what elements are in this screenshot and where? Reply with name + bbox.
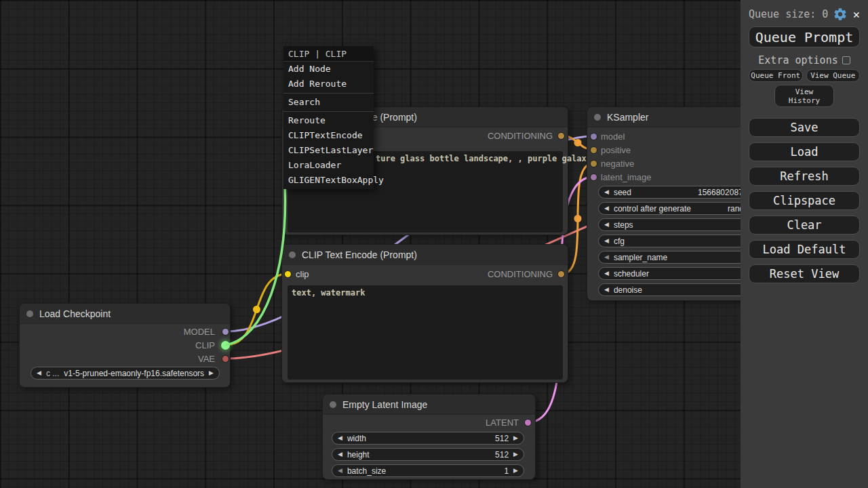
reset-view-button[interactable]: Reset View: [749, 264, 860, 283]
widget-label: width: [347, 434, 366, 443]
output-port-conditioning[interactable]: [558, 133, 564, 139]
widget-label: seed: [614, 188, 631, 197]
menu-separator: [283, 93, 374, 94]
load-default-button[interactable]: Load Default: [749, 240, 860, 259]
node-title: Load Checkpoint: [39, 308, 111, 319]
batch-size-widget[interactable]: ◀ batch_size 1 ▶: [332, 464, 524, 477]
widget-left-arrow-icon[interactable]: ◀: [604, 267, 609, 280]
widget-left-arrow-icon[interactable]: ◀: [604, 218, 609, 231]
queue-prompt-button[interactable]: Queue Prompt: [749, 26, 860, 47]
menu-separator: [283, 111, 374, 112]
widget-label: c ...: [46, 369, 59, 378]
widget-label: sampler_name: [614, 253, 667, 262]
node-title: CLIP Text Encode (Prompt): [302, 249, 417, 260]
widget-label: batch_size: [347, 466, 386, 476]
node-titlebar[interactable]: Empty Latent Image: [323, 394, 535, 415]
clipspace-button[interactable]: Clipspace: [749, 191, 860, 210]
output-label-clip: CLIP: [195, 341, 215, 350]
widget-value: 512: [495, 434, 509, 443]
widget-value: 1: [504, 466, 509, 476]
queue-front-button[interactable]: Queue Front: [749, 69, 803, 82]
input-port-clip[interactable]: [285, 271, 291, 277]
input-port-model[interactable]: [591, 134, 597, 140]
refresh-button[interactable]: Refresh: [749, 167, 860, 186]
input-port-positive[interactable]: [591, 147, 597, 153]
view-history-label: View History: [787, 87, 822, 105]
load-button[interactable]: Load: [749, 142, 860, 161]
input-port-latent-image[interactable]: [591, 174, 597, 180]
widget-value: 1566802087: [698, 188, 743, 197]
widget-left-arrow-icon[interactable]: ◀: [604, 202, 609, 215]
menu-item-add-node[interactable]: Add Node: [283, 62, 374, 77]
node-title: KSampler: [607, 112, 648, 123]
widget-label: height: [347, 450, 370, 460]
output-port-clip-highlighted[interactable]: [221, 341, 230, 350]
close-icon[interactable]: ✕: [853, 7, 860, 21]
node-clip-text-encode-bottom[interactable]: CLIP Text Encode (Prompt) clip CONDITION…: [281, 244, 568, 383]
menu-item-reroute[interactable]: Reroute: [283, 113, 374, 128]
output-port-vae[interactable]: [222, 356, 229, 362]
widget-left-arrow-icon[interactable]: ◀: [604, 235, 609, 247]
node-load-checkpoint[interactable]: Load Checkpoint MODEL CLIP VAE ◀ c ... v…: [19, 303, 231, 388]
widget-right-arrow-icon[interactable]: ▶: [513, 464, 518, 477]
widget-left-arrow-icon[interactable]: ◀: [604, 251, 609, 264]
menu-item-add-reroute[interactable]: Add Reroute: [283, 77, 374, 92]
node-empty-latent-image[interactable]: Empty Latent Image LATENT ◀ width 512 ▶ …: [322, 394, 536, 480]
output-label-latent: LATENT: [486, 418, 519, 428]
output-label-vae: VAE: [198, 354, 215, 364]
output-port-latent[interactable]: [525, 420, 531, 426]
width-widget[interactable]: ◀ width 512 ▶: [332, 432, 524, 445]
node-status-dot: [594, 114, 601, 121]
ckpt-name-combo-widget[interactable]: ◀ c ... v1-5-pruned-emaonly-fp16.safeten…: [31, 367, 220, 380]
widget-right-arrow-icon[interactable]: ▶: [513, 448, 518, 461]
widget-left-arrow-icon[interactable]: ◀: [604, 186, 609, 199]
input-port-negative[interactable]: [591, 161, 597, 167]
widget-label: scheduler: [614, 269, 649, 279]
node-status-dot: [289, 251, 296, 258]
input-label-clip: clip: [296, 270, 309, 279]
output-port-model[interactable]: [222, 329, 229, 335]
widget-right-arrow-icon[interactable]: ▶: [513, 432, 518, 445]
menu-item-search[interactable]: Search: [283, 95, 374, 110]
save-button[interactable]: Save: [749, 118, 860, 137]
widget-left-arrow-icon[interactable]: ◀: [338, 464, 342, 477]
combo-right-arrow-icon[interactable]: ▶: [209, 367, 214, 380]
queue-size-label: Queue size: 0: [749, 8, 828, 20]
view-queue-button[interactable]: View Queue: [806, 69, 861, 82]
settings-gear-icon[interactable]: [833, 7, 848, 22]
widget-value: 512: [495, 450, 509, 460]
input-label-model: model: [601, 132, 625, 142]
input-label-positive: positive: [601, 146, 631, 155]
node-titlebar[interactable]: CLIP Text Encode (Prompt): [282, 245, 568, 265]
menu-item-clipsetlastlayer[interactable]: CLIPSetLastLayer: [283, 143, 374, 158]
output-port-conditioning[interactable]: [558, 271, 564, 277]
clear-button[interactable]: Clear: [749, 216, 860, 235]
prompt-text: ture glass bottle landscape, , purple ga…: [376, 154, 591, 163]
comfy-menu-panel: Queue size: 0 ✕ Queue Prompt Extra optio…: [741, 0, 868, 488]
output-label-conditioning: CONDITIONING: [488, 131, 553, 141]
widget-value: v1-5-pruned-emaonly-fp16.safetensors: [59, 369, 209, 378]
menu-item-cliptextencode[interactable]: CLIPTextEncode: [283, 128, 374, 143]
combo-left-arrow-icon[interactable]: ◀: [37, 367, 41, 380]
input-label-negative: negative: [601, 159, 634, 169]
widget-label: control after generate: [614, 204, 691, 214]
node-titlebar[interactable]: Load Checkpoint: [20, 304, 230, 324]
height-widget[interactable]: ◀ height 512 ▶: [332, 448, 524, 461]
view-history-button[interactable]: View History: [774, 85, 834, 107]
prompt-textarea[interactable]: text, watermark: [288, 285, 563, 380]
widget-left-arrow-icon[interactable]: ◀: [338, 448, 342, 461]
widget-label: cfg: [614, 237, 625, 246]
menu-item-gligentextboxapply[interactable]: GLIGENTextBoxApply: [283, 173, 374, 188]
prompt-text: text, watermark: [292, 288, 365, 298]
context-menu[interactable]: CLIP | CLIP Add Node Add Reroute Search …: [283, 46, 374, 189]
node-status-dot: [330, 401, 336, 408]
node-status-dot: [26, 310, 33, 317]
extra-options-label: Extra options: [758, 54, 837, 66]
extra-options-checkbox[interactable]: [842, 56, 850, 64]
widget-left-arrow-icon[interactable]: ◀: [604, 283, 609, 296]
output-label-conditioning: CONDITIONING: [488, 270, 553, 279]
widget-left-arrow-icon[interactable]: ◀: [338, 432, 342, 445]
menu-item-loraloader[interactable]: LoraLoader: [283, 158, 374, 173]
output-label-model: MODEL: [184, 327, 215, 337]
widget-label: steps: [614, 220, 633, 230]
